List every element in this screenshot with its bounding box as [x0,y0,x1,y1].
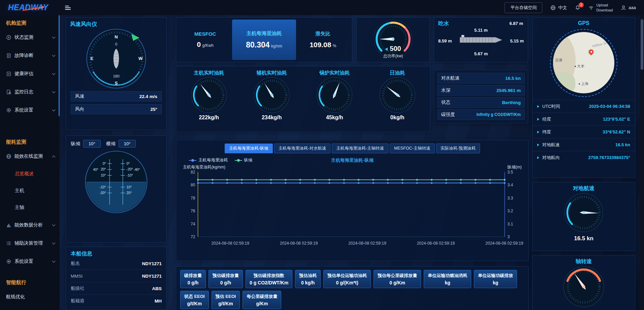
sidebar: 机舱监测 状态监测 故障诊断 健康评估 监控日志 系统设置 能耗监测 能效在线监… [0,15,60,310]
stat-card: 预估碳排放指数0 g CO2/DWT/Km [246,270,292,288]
draft-title: 吃水 [438,20,449,27]
wind-compass-gauge: N S E W 0 180 [85,27,148,90]
sidebar-item-status-monitor[interactable]: 状态监测 [0,28,60,46]
arrow-right-icon [537,144,539,146]
roll-value: 10° [119,140,136,148]
gps-panel: GPS Yellow Sea 云港 大丰 上海 UTC时间 2025-03-04… [532,17,635,178]
wind-speed-value: 22.4 m/s [139,94,157,99]
sidebar-item-label: 监控日志 [14,89,33,95]
chevron-down-icon [52,241,56,245]
sidebar-section-cabin: 机舱监测 [0,15,60,28]
legend-line-icon [189,160,196,161]
svg-text:2024-08-08 02:59:19: 2024-08-08 02:59:19 [485,241,523,246]
gps-row-latitude: 纬度 33°6'52.62" N [533,125,635,138]
svg-text:72: 72 [191,235,195,239]
sidebar-subitem-main-engine[interactable]: 主机 [0,182,60,199]
map-city-dafeng: 大丰 [575,64,584,69]
pitch-value: 10° [83,140,101,148]
shaft-rpm-gauge [562,265,605,308]
compass-east-label: E [90,56,93,61]
shaft-rpm-panel: 轴转速 [532,255,635,310]
svg-text:10°: 10° [101,174,106,177]
wind-speed-label: 风速 [75,93,84,99]
sidebar-subitem-main-shaft[interactable]: 主轴 [0,199,60,216]
fuel-trend-chart-panel: 主机每海里油耗-纵倾 主机每海里油耗-对水航速 主机每海里油耗-主轴转速 MES… [176,140,529,261]
boiler-fuel-gauge: 锅炉实时油耗 45kg/h [303,68,366,130]
menu-toggle-icon[interactable] [65,6,71,10]
wind-panel-title: 风速风向仪 [70,21,162,28]
gear-icon [6,259,11,264]
sidebar-item-label: 辅助决策管理 [14,240,43,246]
brand-logo[interactable]: HEADWAY [0,3,60,12]
chevron-down-icon [52,54,56,57]
globe-icon [550,5,556,10]
stat-card: 预估单位运输功油耗0 g/(Km*t) [323,270,371,288]
legend-pitch[interactable]: 纵倾 [235,157,253,163]
svg-text:20°: 20° [126,191,132,195]
sidebar-item-system-settings[interactable]: 系统设置 [0,101,60,119]
roll-group: 横倾 10° [106,140,136,148]
sidebar-item-energy-analysis[interactable]: 能效数据分析 [0,216,60,234]
tab-fuel-stw[interactable]: 主机每海里油耗-对水航速 [274,144,331,153]
svg-text:-40°: -40° [133,168,140,172]
upload-label: Upload [596,3,613,7]
wind-speed-row: 风速 22.4 m/s [71,91,162,101]
carbon-intensity-row: 碳强度 Infinity g CO2/DWT/Km [437,109,525,120]
signal-icon [588,5,594,10]
chart-legend: 主机每海里油耗 纵倾 [189,157,253,163]
stat-card: 单位运输功燃油消耗kg [424,270,471,288]
sidebar-item-system-settings-2[interactable]: 系统设置 [0,252,60,271]
svg-text:3.2: 3.2 [507,209,513,213]
sidebar-item-health-eval[interactable]: 健康评估 [0,65,60,83]
gear-icon [6,107,11,113]
sidebar-item-decision-mgmt[interactable]: 辅助决策管理 [0,234,60,252]
svg-text:-10°: -10° [126,174,133,177]
svg-text:20°: 20° [101,167,106,171]
tab-mesfoc-shaft-rpm[interactable]: MESFOC-主轴转速 [390,144,435,153]
topbar: HEADWAY 平台存储空间 中文 1 Upload Download [0,0,644,15]
slip-ratio-stat: 滑失比 109.08 % [296,20,350,60]
draft-value-starboard: 5.15 m [510,38,524,43]
chart-tabs: 主机每海里油耗-纵倾 主机每海里油耗-对水航速 主机每海里油耗-主轴转速 MES… [180,144,524,153]
map-city-shanghai: 上海 [579,81,588,86]
sidebar-scrollbar[interactable] [59,15,60,116]
sidebar-item-energy-online[interactable]: 能效在线监测 [0,147,60,165]
page-scrollbar-thumb[interactable] [641,19,643,70]
legend-line-icon [235,160,242,161]
tab-fuel-shaft-rpm[interactable]: 主机每海里油耗-主轴转速 [332,144,388,153]
sidebar-item-monitor-log[interactable]: 监控日志 [0,83,60,101]
svg-text:主机每海里油耗(kg/nm): 主机每海里油耗(kg/nm) [183,165,225,169]
aux-engine-fuel-gauge: 辅机实时油耗 234kg/h [240,68,303,130]
chevron-down-icon [52,90,56,93]
map-position-pin [588,49,594,55]
language-selector[interactable]: 中文 [550,5,567,11]
tab-actual-vs-predicted[interactable]: 实际油耗-预测油耗 [436,144,480,153]
language-label: 中文 [558,5,567,11]
sidebar-item-route-optimize[interactable]: 航线优化 [0,288,60,306]
svg-text:-20°: -20° [126,167,133,171]
chart-series [197,179,506,184]
username-label: aaa [629,5,636,10]
storage-button[interactable]: 平台存储空间 [505,2,542,13]
sidebar-item-label: 能效数据分析 [14,222,43,228]
sidebar-item-fault-diagnosis[interactable]: 故障诊断 [0,46,60,65]
user-menu[interactable]: aaa [621,5,636,10]
status-badge: Berthing [502,100,521,105]
sidebar-item-label: 能效在线监测 [14,153,43,159]
sidebar-item-label: 故障诊断 [14,53,33,59]
list-icon [6,241,11,246]
main-engine-fuel-gauge: 主机实时油耗 222kg/h [178,68,240,130]
gps-map[interactable]: Yellow Sea 云港 大丰 上海 [550,29,617,97]
gps-row-cog: 对地航向 2759.767333984375° [533,151,635,164]
upload-download[interactable]: Upload Download [588,3,613,12]
sidebar-subitem-overview[interactable]: 总览概述 [0,165,60,182]
tab-fuel-pitch[interactable]: 主机每海里油耗-纵倾 [225,144,273,153]
svg-text:3: 3 [507,235,510,239]
legend-fuel-per-nm[interactable]: 主机每海里油耗 [189,157,228,163]
notification-bell[interactable]: 1 [575,5,580,10]
home-port-row: 船籍港 MH [71,295,162,307]
sog-value: 16.5 kn [533,235,635,242]
svg-text:40°: 40° [93,168,98,172]
emission-stats-panel: 碳排放量0 g/h 预估碳排放量0 g/h 预估碳排放指数0 g CO2/DWT… [176,266,529,310]
page-scrollbar[interactable] [640,15,644,310]
